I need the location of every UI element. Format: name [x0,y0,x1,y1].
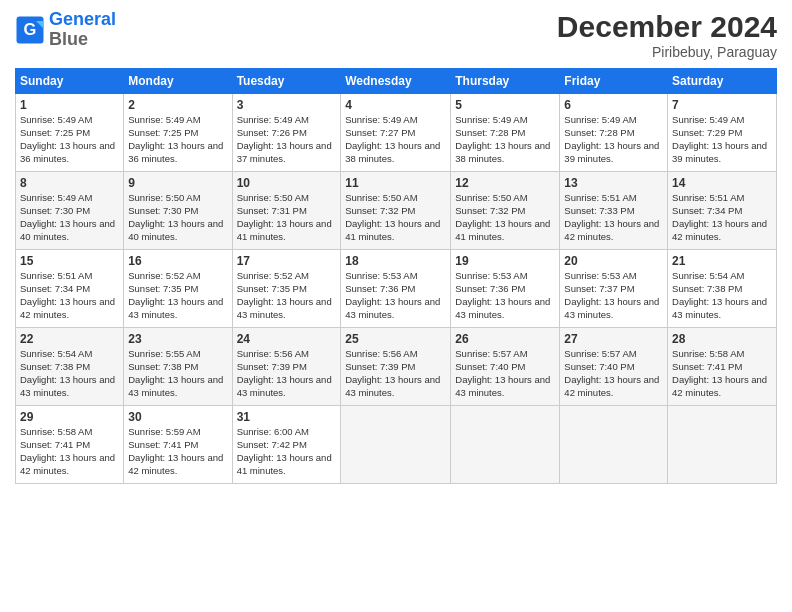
day-number: 17 [237,253,337,269]
calendar-cell: 19Sunrise: 5:53 AMSunset: 7:36 PMDayligh… [451,250,560,328]
daylight-text: Daylight: 13 hours and 41 minutes. [237,218,332,242]
sunrise-text: Sunrise: 5:50 AM [345,192,417,203]
daylight-text: Daylight: 13 hours and 43 minutes. [455,374,550,398]
sunset-text: Sunset: 7:30 PM [20,205,90,216]
calendar-header-row: Sunday Monday Tuesday Wednesday Thursday… [16,69,777,94]
sunset-text: Sunset: 7:32 PM [345,205,415,216]
calendar-cell: 20Sunrise: 5:53 AMSunset: 7:37 PMDayligh… [560,250,668,328]
col-saturday: Saturday [668,69,777,94]
sunrise-text: Sunrise: 5:50 AM [128,192,200,203]
col-sunday: Sunday [16,69,124,94]
calendar-week-row: 8Sunrise: 5:49 AMSunset: 7:30 PMDaylight… [16,172,777,250]
day-number: 25 [345,331,446,347]
calendar-cell: 17Sunrise: 5:52 AMSunset: 7:35 PMDayligh… [232,250,341,328]
calendar-cell: 16Sunrise: 5:52 AMSunset: 7:35 PMDayligh… [124,250,232,328]
daylight-text: Daylight: 13 hours and 42 minutes. [564,374,659,398]
calendar-cell: 7Sunrise: 5:49 AMSunset: 7:29 PMDaylight… [668,94,777,172]
daylight-text: Daylight: 13 hours and 43 minutes. [128,374,223,398]
calendar-cell: 12Sunrise: 5:50 AMSunset: 7:32 PMDayligh… [451,172,560,250]
logo-text: General Blue [49,10,116,50]
daylight-text: Daylight: 13 hours and 43 minutes. [564,296,659,320]
calendar-cell: 25Sunrise: 5:56 AMSunset: 7:39 PMDayligh… [341,328,451,406]
sunset-text: Sunset: 7:25 PM [128,127,198,138]
calendar-cell: 28Sunrise: 5:58 AMSunset: 7:41 PMDayligh… [668,328,777,406]
sunrise-text: Sunrise: 5:49 AM [564,114,636,125]
daylight-text: Daylight: 13 hours and 42 minutes. [20,452,115,476]
sunset-text: Sunset: 7:41 PM [672,361,742,372]
calendar-cell: 27Sunrise: 5:57 AMSunset: 7:40 PMDayligh… [560,328,668,406]
daylight-text: Daylight: 13 hours and 43 minutes. [345,296,440,320]
sunrise-text: Sunrise: 5:49 AM [455,114,527,125]
daylight-text: Daylight: 13 hours and 42 minutes. [128,452,223,476]
day-number: 9 [128,175,227,191]
day-number: 20 [564,253,663,269]
calendar-table: Sunday Monday Tuesday Wednesday Thursday… [15,68,777,484]
sunrise-text: Sunrise: 5:57 AM [455,348,527,359]
day-number: 12 [455,175,555,191]
calendar-cell: 2Sunrise: 5:49 AMSunset: 7:25 PMDaylight… [124,94,232,172]
sunset-text: Sunset: 7:38 PM [672,283,742,294]
day-number: 14 [672,175,772,191]
day-number: 29 [20,409,119,425]
sunrise-text: Sunrise: 5:49 AM [345,114,417,125]
day-number: 27 [564,331,663,347]
sunrise-text: Sunrise: 5:50 AM [455,192,527,203]
calendar-cell: 23Sunrise: 5:55 AMSunset: 7:38 PMDayligh… [124,328,232,406]
calendar-week-row: 1Sunrise: 5:49 AMSunset: 7:25 PMDaylight… [16,94,777,172]
daylight-text: Daylight: 13 hours and 43 minutes. [128,296,223,320]
day-number: 8 [20,175,119,191]
sunrise-text: Sunrise: 6:00 AM [237,426,309,437]
sunrise-text: Sunrise: 5:53 AM [345,270,417,281]
daylight-text: Daylight: 13 hours and 41 minutes. [345,218,440,242]
sunrise-text: Sunrise: 5:49 AM [237,114,309,125]
logo-line1: General [49,9,116,29]
sunrise-text: Sunrise: 5:55 AM [128,348,200,359]
day-number: 6 [564,97,663,113]
calendar-cell: 5Sunrise: 5:49 AMSunset: 7:28 PMDaylight… [451,94,560,172]
daylight-text: Daylight: 13 hours and 43 minutes. [345,374,440,398]
sunset-text: Sunset: 7:36 PM [455,283,525,294]
sunset-text: Sunset: 7:33 PM [564,205,634,216]
sunset-text: Sunset: 7:38 PM [128,361,198,372]
sunrise-text: Sunrise: 5:58 AM [20,426,92,437]
day-number: 18 [345,253,446,269]
calendar-cell [668,406,777,484]
sunrise-text: Sunrise: 5:59 AM [128,426,200,437]
calendar-cell: 24Sunrise: 5:56 AMSunset: 7:39 PMDayligh… [232,328,341,406]
daylight-text: Daylight: 13 hours and 38 minutes. [455,140,550,164]
sunset-text: Sunset: 7:28 PM [564,127,634,138]
daylight-text: Daylight: 13 hours and 42 minutes. [20,296,115,320]
sunset-text: Sunset: 7:37 PM [564,283,634,294]
daylight-text: Daylight: 13 hours and 39 minutes. [564,140,659,164]
calendar-week-row: 22Sunrise: 5:54 AMSunset: 7:38 PMDayligh… [16,328,777,406]
daylight-text: Daylight: 13 hours and 43 minutes. [237,296,332,320]
calendar-week-row: 15Sunrise: 5:51 AMSunset: 7:34 PMDayligh… [16,250,777,328]
calendar-cell: 11Sunrise: 5:50 AMSunset: 7:32 PMDayligh… [341,172,451,250]
daylight-text: Daylight: 13 hours and 40 minutes. [128,218,223,242]
logo: G General Blue [15,10,116,50]
day-number: 13 [564,175,663,191]
day-number: 15 [20,253,119,269]
sunset-text: Sunset: 7:27 PM [345,127,415,138]
sunrise-text: Sunrise: 5:49 AM [128,114,200,125]
sunrise-text: Sunrise: 5:51 AM [20,270,92,281]
calendar-cell: 6Sunrise: 5:49 AMSunset: 7:28 PMDaylight… [560,94,668,172]
calendar-cell [341,406,451,484]
sunrise-text: Sunrise: 5:51 AM [564,192,636,203]
calendar-cell: 15Sunrise: 5:51 AMSunset: 7:34 PMDayligh… [16,250,124,328]
calendar-cell: 22Sunrise: 5:54 AMSunset: 7:38 PMDayligh… [16,328,124,406]
daylight-text: Daylight: 13 hours and 42 minutes. [564,218,659,242]
daylight-text: Daylight: 13 hours and 40 minutes. [20,218,115,242]
day-number: 28 [672,331,772,347]
calendar-cell: 3Sunrise: 5:49 AMSunset: 7:26 PMDaylight… [232,94,341,172]
sunset-text: Sunset: 7:29 PM [672,127,742,138]
sunrise-text: Sunrise: 5:57 AM [564,348,636,359]
sunrise-text: Sunrise: 5:58 AM [672,348,744,359]
daylight-text: Daylight: 13 hours and 41 minutes. [237,452,332,476]
sunset-text: Sunset: 7:35 PM [128,283,198,294]
calendar-cell [451,406,560,484]
day-number: 10 [237,175,337,191]
calendar-cell: 9Sunrise: 5:50 AMSunset: 7:30 PMDaylight… [124,172,232,250]
daylight-text: Daylight: 13 hours and 43 minutes. [20,374,115,398]
sunset-text: Sunset: 7:40 PM [564,361,634,372]
